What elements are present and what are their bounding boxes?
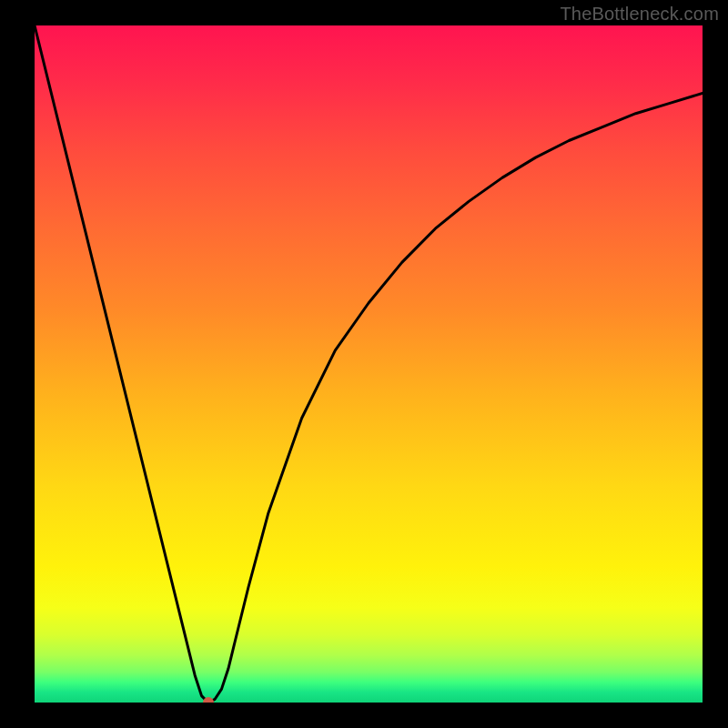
bottleneck-curve [35,25,703,703]
plot-area [35,25,703,703]
watermark-text: TheBottleneck.com [560,4,719,25]
chart-frame: TheBottleneck.com [0,0,728,728]
optimal-point-marker [203,697,214,703]
